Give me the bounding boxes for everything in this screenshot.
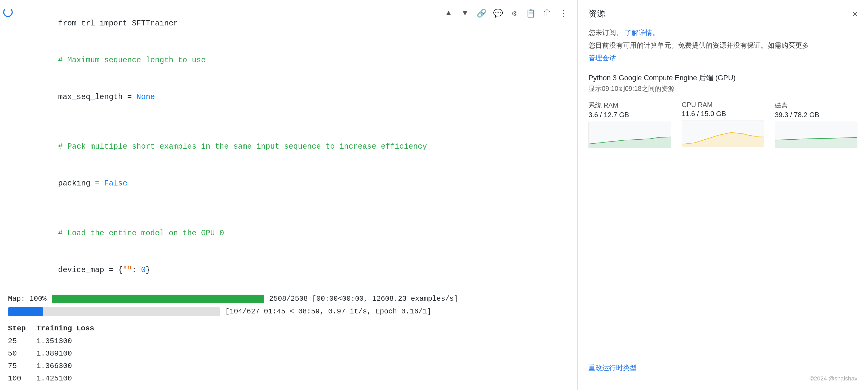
link-button[interactable]: 🔗 xyxy=(475,7,487,19)
execution-spinner xyxy=(2,6,14,18)
system-ram-value: 3.6 / 12.7 GB xyxy=(588,111,671,119)
code-area[interactable]: from trl import SFTTrainer # Maximum seq… xyxy=(0,0,577,289)
code-line-packing: packing = False xyxy=(0,165,577,202)
loss-25: 1.351300 xyxy=(36,335,105,348)
table-row: 50 1.389100 xyxy=(8,347,105,360)
code-content: # Load the entire model on the GPU 0 xyxy=(16,216,577,251)
not-subscribed-text: 您未订阅。 xyxy=(588,29,623,36)
training-table: Step Training Loss 25 1.351300 50 1.3891… xyxy=(8,322,105,385)
change-runtime-link[interactable]: 重改运行时类型 xyxy=(588,363,858,372)
panel-title: 资源 xyxy=(588,8,606,20)
svg-marker-1 xyxy=(682,132,764,147)
code-line-comment3: # Load the entire model on the GPU 0 xyxy=(0,215,577,252)
map-progress-info: 2508/2508 [00:00<00:00, 12608.23 example… xyxy=(269,295,458,303)
code-line-empty2 xyxy=(0,202,577,215)
line-gutter xyxy=(0,6,16,18)
disk-label: 磁盘 xyxy=(775,101,858,110)
line-gutter-empty xyxy=(0,43,16,43)
loss-75: 1.366300 xyxy=(36,360,105,372)
cell-toolbar: ▲ ▼ 🔗 💬 ⚙ 📋 🗑 ⋮ xyxy=(443,7,569,19)
step-100: 100 xyxy=(8,372,36,385)
code-line-comment2: # Pack multiple short examples in the sa… xyxy=(0,128,577,165)
step-75: 75 xyxy=(8,360,36,372)
code-content: max_seq_length = None xyxy=(16,80,577,115)
panel-header: 资源 ✕ xyxy=(588,8,858,20)
subscription-notice: 您未订阅。 了解详情。 xyxy=(588,28,858,38)
map-progress-fill xyxy=(52,295,264,303)
code-line-devicemap: device_map = {"": 0} xyxy=(0,252,577,289)
no-compute-text: 您目前没有可用的计算单元。免费提供的资源并没有保证。如需购买更多 xyxy=(588,40,858,51)
resources-panel: 资源 ✕ 您未订阅。 了解详情。 您目前没有可用的计算单元。免费提供的资源并没有… xyxy=(578,0,868,390)
table-row: 25 1.351300 xyxy=(8,335,105,348)
col-step: Step xyxy=(8,322,36,335)
close-button[interactable]: ✕ xyxy=(852,8,858,19)
train-progress-bar xyxy=(8,307,220,316)
comment-button[interactable]: 💬 xyxy=(492,7,504,19)
code-content: # Pack multiple short examples in the sa… xyxy=(16,129,577,165)
disk-value: 39.3 / 78.2 GB xyxy=(775,111,858,119)
delete-button[interactable]: 🗑 xyxy=(541,7,553,19)
code-line-maxseq: max_seq_length = None xyxy=(0,79,577,116)
map-progress-bar xyxy=(52,295,264,303)
step-25: 25 xyxy=(8,335,36,348)
metrics-row: 系统 RAM 3.6 / 12.7 GB GPU RAM 11.6 / 15.0… xyxy=(588,101,858,148)
code-content: packing = False xyxy=(16,166,577,202)
code-panel: ▲ ▼ 🔗 💬 ⚙ 📋 🗑 ⋮ from trl import SFTTrain… xyxy=(0,0,578,390)
backend-label: Python 3 Google Compute Engine 后端 (GPU) xyxy=(588,73,858,83)
step-50: 50 xyxy=(8,347,36,360)
code-line-empty1 xyxy=(0,116,577,128)
manage-session-link[interactable]: 管理会话 xyxy=(588,53,858,62)
train-progress-row: [104/627 01:45 < 08:59, 0.97 it/s, Epoch… xyxy=(8,307,569,316)
table-row: 75 1.366300 xyxy=(8,360,105,372)
line-gutter-empty xyxy=(0,252,16,253)
disk-chart xyxy=(775,122,858,148)
output-area: Map: 100% 2508/2508 [00:00<00:00, 12608.… xyxy=(0,289,577,390)
system-ram-card: 系统 RAM 3.6 / 12.7 GB xyxy=(588,101,671,148)
train-progress-fill xyxy=(8,307,43,316)
loss-50: 1.389100 xyxy=(36,347,105,360)
col-loss: Training Loss xyxy=(36,322,105,335)
gpu-ram-chart xyxy=(682,121,765,147)
more-button[interactable]: ⋮ xyxy=(558,7,569,19)
move-up-button[interactable]: ▲ xyxy=(443,7,455,19)
table-row: 100 1.425100 xyxy=(8,372,105,385)
code-content xyxy=(16,116,577,128)
learn-more-link[interactable]: 了解详情。 xyxy=(625,29,659,36)
watermark: ©2024 @shaishav xyxy=(588,372,858,382)
loss-100: 1.425100 xyxy=(36,372,105,385)
code-content: # Maximum sequence length to use xyxy=(16,43,577,79)
system-ram-chart xyxy=(588,122,671,148)
system-ram-label: 系统 RAM xyxy=(588,101,671,110)
time-range: 显示09:10到09:18之间的资源 xyxy=(588,84,858,93)
line-gutter-empty xyxy=(0,80,16,80)
map-label: Map: 100% xyxy=(8,295,46,303)
line-gutter-empty xyxy=(0,129,16,129)
code-content: device_map = {"": 0} xyxy=(16,252,577,288)
line-gutter-empty xyxy=(0,203,16,203)
line-gutter-empty xyxy=(0,216,16,216)
copy-button[interactable]: 📋 xyxy=(525,7,536,19)
line-gutter-empty xyxy=(0,166,16,167)
map-progress-row: Map: 100% 2508/2508 [00:00<00:00, 12608.… xyxy=(8,295,569,303)
gpu-ram-label: GPU RAM xyxy=(682,101,765,109)
code-line-comment1: # Maximum sequence length to use xyxy=(0,42,577,79)
svg-marker-2 xyxy=(775,137,857,148)
gpu-ram-card: GPU RAM 11.6 / 15.0 GB xyxy=(682,101,765,148)
code-content xyxy=(16,203,577,215)
move-down-button[interactable]: ▼ xyxy=(459,7,471,19)
gpu-ram-value: 11.6 / 15.0 GB xyxy=(682,110,765,118)
train-progress-info: [104/627 01:45 < 08:59, 0.97 it/s, Epoch… xyxy=(225,308,431,316)
settings-button[interactable]: ⚙ xyxy=(508,7,520,19)
disk-card: 磁盘 39.3 / 78.2 GB xyxy=(775,101,858,148)
line-gutter-empty xyxy=(0,116,16,117)
